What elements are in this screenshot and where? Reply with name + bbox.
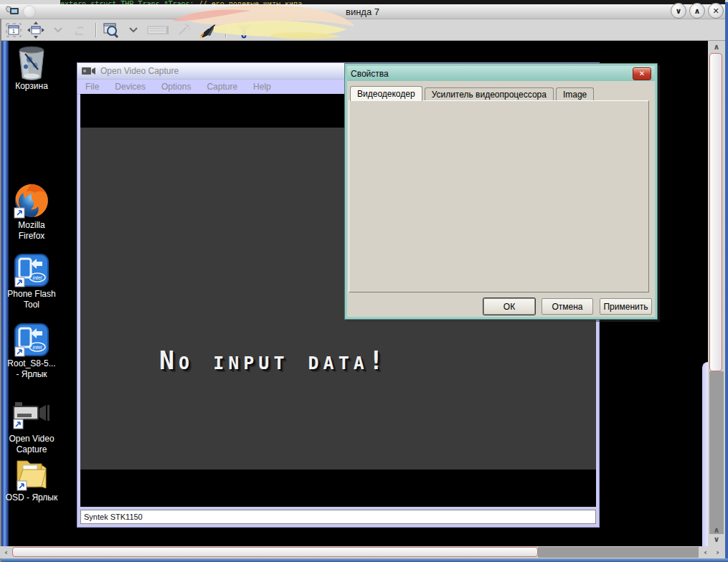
- desktop-icon-recycle-bin[interactable]: Корзина: [1, 45, 62, 92]
- properties-dialog: Свойства ✕ Видеодекодер Усилитель видеоп…: [344, 63, 658, 320]
- viewer-titlebar[interactable]: винда 7 ∨ ∧ ✕: [0, 4, 725, 19]
- capture-status-bar: Syntek STK1150: [80, 510, 596, 524]
- desktop-icon-firefox[interactable]: Mozilla Firefox: [1, 184, 62, 242]
- intel-flash-tool-icon: intel: [14, 323, 49, 358]
- dropdown-chevron-icon[interactable]: [124, 21, 143, 39]
- toolbar-separator: [95, 23, 97, 37]
- select-window-icon[interactable]: 1: [4, 21, 23, 39]
- svg-text:1: 1: [12, 29, 15, 34]
- menu-options[interactable]: Options: [153, 80, 199, 94]
- folder-icon: [13, 455, 50, 492]
- viewer-toolbar: 1: [0, 19, 725, 41]
- svg-text:intel: intel: [33, 345, 42, 350]
- desktop-icon-root-shortcut[interactable]: intel Root_S8-5... - Ярлык: [1, 323, 62, 380]
- vertical-scroll-thumb[interactable]: [709, 53, 722, 371]
- horizontal-scroll-thumb[interactable]: [12, 547, 538, 557]
- magic-wand-icon: [174, 21, 193, 39]
- desktop-icon-phone-flash-tool[interactable]: intel Phone Flash Tool: [1, 253, 62, 310]
- scroll-up-button[interactable]: ∧: [709, 41, 724, 52]
- menu-devices[interactable]: Devices: [107, 80, 153, 94]
- svg-text:intel: intel: [33, 275, 42, 280]
- quality-filter-icon[interactable]: [232, 21, 256, 39]
- recycle-bin-icon: [15, 45, 48, 81]
- menu-help[interactable]: Help: [245, 80, 279, 94]
- capture-window-title: Open Video Capture: [100, 66, 179, 76]
- cancel-button[interactable]: Отмена: [542, 298, 593, 315]
- dialog-title: Свойства: [351, 69, 389, 79]
- dialog-close-button[interactable]: ✕: [633, 67, 651, 80]
- intel-flash-tool-icon: intel: [14, 253, 49, 289]
- no-input-message: No input data!: [159, 346, 388, 375]
- dialog-titlebar[interactable]: Свойства ✕: [347, 66, 655, 81]
- scroll-left-button[interactable]: ‹: [699, 547, 712, 558]
- tab-image[interactable]: Image: [556, 87, 594, 100]
- minimize-button[interactable]: ∨: [671, 3, 686, 19]
- maximize-button[interactable]: ∧: [689, 3, 705, 19]
- window-border-right: [725, 2, 728, 562]
- window-border-bottom: [0, 558, 728, 562]
- launch-icon[interactable]: [197, 21, 219, 39]
- scroll-down-button[interactable]: ∨: [709, 535, 724, 544]
- menu-capture[interactable]: Capture: [199, 80, 245, 94]
- dropdown-chevron-icon: [49, 21, 67, 39]
- dialog-body: Видеодекодер Усилитель видеопроцессора I…: [347, 81, 655, 317]
- fullscreen-icon[interactable]: [27, 21, 45, 39]
- tab-video-decoder[interactable]: Видеодекодер: [350, 86, 422, 101]
- video-camera-icon: [12, 401, 51, 434]
- ok-button[interactable]: ОК: [483, 298, 535, 315]
- horizontal-scroll-track[interactable]: [538, 547, 699, 558]
- send-keys-icon: [146, 21, 171, 39]
- desktop-icon-osd[interactable]: OSD - Ярлык: [1, 457, 62, 503]
- tab-page: [349, 100, 649, 292]
- horizontal-scrollbar: ‹ ‹ ›: [0, 546, 725, 558]
- scroll-up-button[interactable]: ∧: [709, 525, 724, 535]
- menu-file[interactable]: File: [77, 80, 107, 94]
- desktop-icon-open-video-capture[interactable]: Open Video Capture: [1, 398, 62, 455]
- scroll-left-button[interactable]: ‹: [1, 547, 11, 558]
- toolbar-separator: [225, 23, 227, 37]
- view-only-icon: [71, 21, 90, 39]
- connection-icon: [260, 21, 278, 39]
- window-border-left: [0, 19, 1, 562]
- video-camera-icon: [82, 66, 96, 76]
- close-button[interactable]: ✕: [708, 3, 724, 19]
- scroll-right-button[interactable]: ›: [712, 547, 724, 558]
- tab-proc-amp[interactable]: Усилитель видеопроцессора: [425, 87, 554, 100]
- firefox-icon: [14, 183, 49, 220]
- apply-button[interactable]: Применить: [600, 298, 652, 315]
- vertical-scrollbar: ∧ ∧ ∨: [708, 41, 725, 548]
- vertical-scroll-track[interactable]: [709, 371, 724, 534]
- dialog-tabs: Видеодекодер Усилитель видеопроцессора I…: [350, 86, 596, 100]
- viewer-title: винда 7: [0, 6, 725, 17]
- screenshot-icon[interactable]: [102, 21, 120, 39]
